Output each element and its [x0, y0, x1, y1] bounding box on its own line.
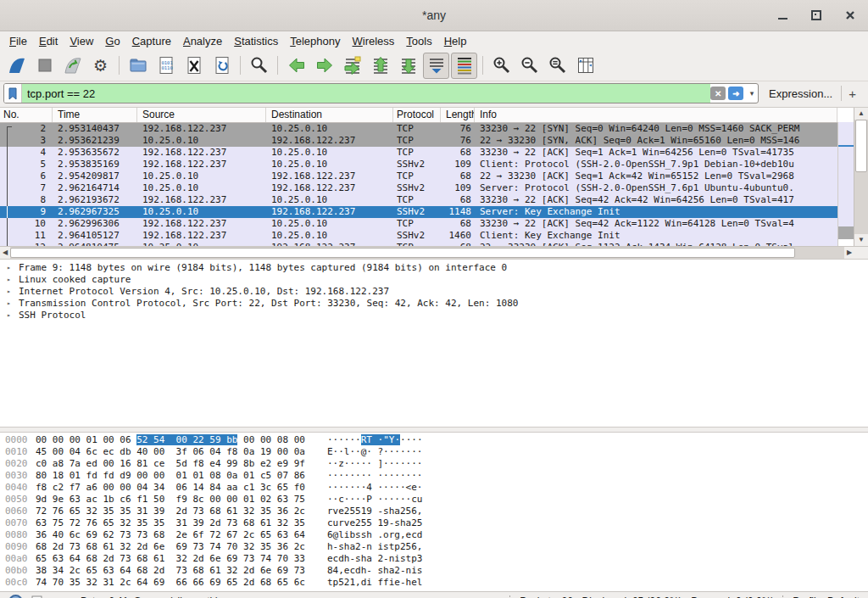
menu-capture[interactable]: Capture: [126, 33, 177, 49]
filter-bookmark-button[interactable]: [4, 84, 22, 103]
minimize-button[interactable]: [775, 8, 790, 23]
display-filter-input[interactable]: [22, 84, 710, 103]
expand-arrow-icon[interactable]: ▸: [0, 262, 19, 274]
filter-clear-button[interactable]: ✕: [710, 87, 726, 100]
packet-list-vscrollbar[interactable]: ▲ ▼: [854, 108, 868, 246]
close-button[interactable]: [843, 8, 858, 23]
start-capture-button[interactable]: [3, 53, 30, 79]
scroll-right-icon[interactable]: ▶: [844, 247, 854, 259]
save-file-button[interactable]: 01010110: [153, 53, 179, 79]
resize-columns-button[interactable]: [572, 53, 598, 79]
menu-help[interactable]: Help: [438, 33, 473, 49]
packet-list-hscrollbar[interactable]: ◀ ▶: [0, 246, 868, 259]
colorize-button[interactable]: [451, 53, 477, 79]
go-back-button[interactable]: [283, 53, 309, 79]
menu-file[interactable]: File: [3, 33, 33, 49]
hex-bytes: 36 40 6c 69 62 73 73 68 2e 6f 72 67 2c 6…: [36, 529, 305, 540]
column-header-no[interactable]: No.: [0, 108, 53, 122]
packet-row-11[interactable]: 112.964105127192.168.122.23710.25.0.10SS…: [0, 230, 837, 242]
filter-add-button[interactable]: +: [842, 87, 863, 101]
packet-list-minimap[interactable]: [837, 122, 854, 246]
zoom-in-button[interactable]: [488, 53, 515, 79]
expand-arrow-icon[interactable]: ▸: [0, 274, 19, 286]
detail-row-3[interactable]: ▸Transmission Control Protocol, Src Port…: [0, 298, 868, 310]
menu-statistics[interactable]: Statistics: [228, 33, 284, 49]
menu-go[interactable]: Go: [99, 33, 125, 49]
hex-ascii: 84,ecdh- sha2-nis: [327, 565, 423, 576]
zoom-out-button[interactable]: [516, 53, 542, 79]
column-header-length[interactable]: Length: [441, 108, 475, 122]
expand-arrow-icon[interactable]: ▸: [0, 298, 19, 310]
hex-row-00a0[interactable]: 00a065 63 64 68 2d 73 68 61 32 2d 6e 69 …: [5, 553, 868, 565]
hex-row-0020[interactable]: 0020c0 a8 7a ed 00 16 81 ce 5d f8 e4 99 …: [5, 458, 868, 470]
open-file-button[interactable]: [125, 53, 151, 79]
detail-row-2[interactable]: ▸Internet Protocol Version 4, Src: 10.25…: [0, 286, 868, 298]
hex-row-0030[interactable]: 003080 18 01 fd fd d9 00 00 01 01 08 0a …: [5, 470, 868, 482]
packet-row-9[interactable]: 92.96296732510.25.0.10192.168.122.237SSH…: [0, 206, 837, 218]
restart-capture-button[interactable]: [59, 53, 86, 79]
scroll-down-icon[interactable]: ▼: [854, 234, 868, 246]
scroll-up-icon[interactable]: ▲: [854, 108, 868, 120]
packet-row-6[interactable]: 62.95420981710.25.0.10192.168.122.237TCP…: [0, 170, 837, 182]
hex-offset: 00b0: [5, 565, 36, 577]
expression-button[interactable]: Expression...: [759, 87, 841, 100]
column-header-info[interactable]: Info: [475, 108, 837, 122]
reload-file-button[interactable]: [209, 53, 235, 79]
column-header-protocol[interactable]: Protocol: [393, 108, 441, 122]
auto-scroll-button[interactable]: [423, 53, 449, 79]
hex-row-0040[interactable]: 0040f8 c2 f7 a6 00 00 04 34 06 14 84 aa …: [5, 482, 868, 494]
packet-row-4[interactable]: 42.953635672192.168.122.23710.25.0.10TCP…: [0, 147, 837, 159]
stop-capture-button[interactable]: [31, 53, 58, 79]
go-to-top-button[interactable]: [367, 53, 393, 79]
pane-splitter[interactable]: [0, 427, 868, 433]
hex-row-0070[interactable]: 007063 75 72 76 65 32 35 35 31 39 2d 73 …: [5, 517, 868, 529]
hex-row-0050[interactable]: 00509d 9e 63 ac 1b c6 f1 50 f9 8c 00 00 …: [5, 494, 868, 506]
go-forward-button[interactable]: [311, 53, 337, 79]
column-header-destination[interactable]: Destination: [266, 108, 393, 122]
hex-row-0060[interactable]: 006072 76 65 32 35 35 31 39 2d 73 68 61 …: [5, 506, 868, 517]
maximize-button[interactable]: [809, 8, 824, 23]
menu-edit[interactable]: Edit: [33, 33, 64, 49]
packet-row-5[interactable]: 52.953835169192.168.122.23710.25.0.10SSH…: [0, 159, 837, 170]
hex-row-00c0[interactable]: 00c074 70 35 32 31 2c 64 69 66 66 69 65 …: [5, 577, 868, 589]
menu-wireless[interactable]: Wireless: [347, 33, 401, 49]
packet-row-3[interactable]: 32.95362123910.25.0.10192.168.122.237TCP…: [0, 135, 837, 147]
zoom-reset-button[interactable]: [544, 53, 570, 79]
hex-row-0000[interactable]: 000000 00 00 01 00 06 52 54 00 22 59 bb …: [5, 434, 868, 446]
detail-row-0[interactable]: ▸Frame 9: 1148 bytes on wire (9184 bits)…: [0, 262, 868, 274]
column-header-time[interactable]: Time: [53, 108, 137, 122]
packet-row-2[interactable]: 22.953140437192.168.122.23710.25.0.10TCP…: [0, 123, 837, 135]
hscrollbar-track[interactable]: [795, 247, 844, 259]
detail-row-4[interactable]: ▸SSH Protocol: [0, 310, 868, 321]
column-header-source[interactable]: Source: [137, 108, 266, 122]
hex-row-0010[interactable]: 001045 00 04 6c ec db 40 00 3f 06 04 f8 …: [5, 446, 868, 458]
packet-row-8[interactable]: 82.962193672192.168.122.23710.25.0.10TCP…: [0, 194, 837, 206]
go-to-bottom-button[interactable]: [395, 53, 421, 79]
packet-row-10[interactable]: 102.962996306192.168.122.23710.25.0.10TC…: [0, 218, 837, 230]
filter-apply-button[interactable]: ➜: [728, 87, 743, 100]
close-file-button[interactable]: [181, 53, 207, 79]
filter-dropdown-caret-icon[interactable]: ▾: [746, 89, 758, 98]
capture-options-icon: ⚙: [93, 58, 108, 74]
vscrollbar-track[interactable]: [854, 172, 868, 234]
hex-row-0090[interactable]: 009068 2d 73 68 61 32 2d 6e 69 73 74 70 …: [5, 541, 868, 553]
expert-info-icon[interactable]: [8, 595, 23, 598]
go-to-packet-button[interactable]: [339, 53, 365, 79]
scroll-left-icon[interactable]: ◀: [0, 247, 10, 259]
menu-telephony[interactable]: Telephony: [284, 33, 346, 49]
find-packet-button[interactable]: [246, 53, 272, 79]
packet-row-12[interactable]: 122.96481047510.25.0.10192.168.122.237TC…: [0, 242, 837, 246]
packet-row-7[interactable]: 72.96216471410.25.0.10192.168.122.237SSH…: [0, 182, 837, 194]
hscrollbar-thumb[interactable]: [10, 248, 795, 258]
menu-tools[interactable]: Tools: [400, 33, 437, 49]
hex-row-00b0[interactable]: 00b038 34 2c 65 63 64 68 2d 73 68 61 32 …: [5, 565, 868, 577]
expand-arrow-icon[interactable]: ▸: [0, 286, 19, 298]
menu-analyze[interactable]: Analyze: [177, 33, 228, 49]
hex-bytes: 80 18 01 fd fd d9 00 00 01 01 08 0a 01 c…: [36, 470, 305, 481]
hex-row-0080[interactable]: 008036 40 6c 69 62 73 73 68 2e 6f 72 67 …: [5, 529, 868, 541]
detail-row-1[interactable]: ▸Linux cooked capture: [0, 274, 868, 286]
capture-options-button[interactable]: ⚙: [87, 53, 114, 79]
expand-arrow-icon[interactable]: ▸: [0, 310, 19, 321]
menu-view[interactable]: View: [64, 33, 99, 49]
vscrollbar-thumb[interactable]: [855, 120, 867, 172]
